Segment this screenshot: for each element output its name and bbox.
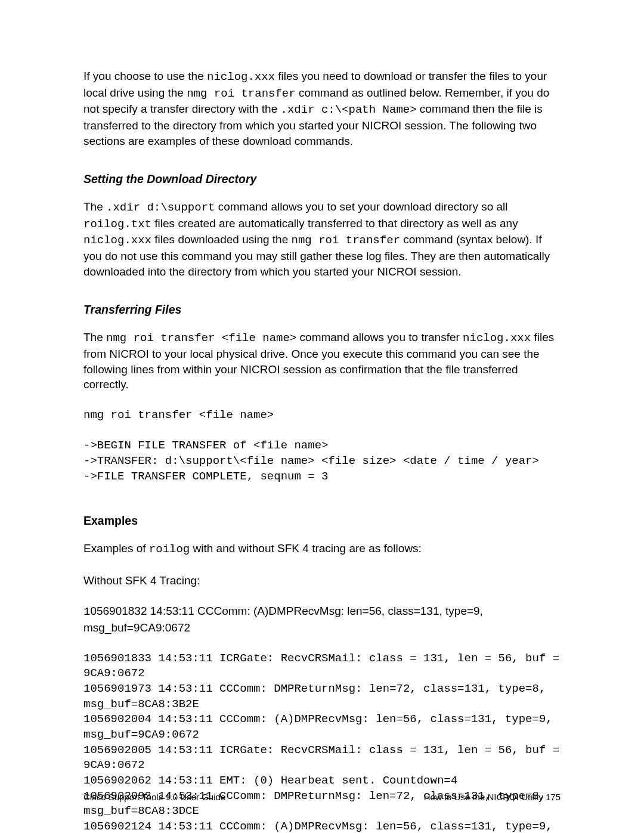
examples-intro: Examples of roilog with and without SFK … (83, 541, 561, 558)
footer-right: How to Use the NICROI Utility 175 (424, 792, 561, 802)
code-block-transfer: nmg roi transfer <file name> ->BEGIN FIL… (83, 408, 561, 484)
code-inline: .xdir d:\support (106, 201, 215, 214)
text: files downloaded using the (151, 233, 292, 246)
code-inline: nmg roi transfer (292, 234, 400, 247)
text: 056901832 14:53:11 CCComm: (A)DMPRecvMsg… (83, 605, 483, 634)
code-inline: niclog.xxx (463, 332, 531, 345)
example-first-line: 1056901832 14:53:11 CCComm: (A)DMPRecvMs… (83, 603, 561, 635)
heading-examples: Examples (83, 514, 561, 528)
code-inline: roilog (149, 543, 190, 556)
text: command allows you to set your download … (215, 200, 507, 213)
text: The (83, 200, 106, 213)
page-footer: Cisco Support Tools 1.0 User Guide How t… (83, 792, 561, 802)
code-inline: roilog.txt (83, 218, 151, 231)
text: with and without SFK 4 tracing are as fo… (190, 542, 422, 555)
text: If you choose to use the (83, 70, 207, 82)
code-inline: niclog.xxx (207, 70, 275, 83)
heading-setting-download-directory: Setting the Download Directory (83, 172, 561, 186)
code-inline: 1 (83, 605, 90, 618)
text: files created are automatically transfer… (151, 217, 518, 230)
code-block-log: 1056901833 14:53:11 ICRGate: RecvCRSMail… (83, 651, 561, 833)
page-content: If you choose to use the niclog.xxx file… (83, 69, 561, 833)
code-inline: .xdir c:\<path Name> (281, 103, 417, 116)
code-inline: niclog.xxx (83, 234, 151, 247)
section2-paragraph: The nmg roi transfer <file name> command… (83, 330, 561, 392)
text: The (83, 331, 106, 343)
code-inline: nmg roi transfer (187, 87, 295, 100)
heading-transferring-files: Transferring Files (83, 303, 561, 317)
code-inline: nmg roi transfer <file name> (106, 332, 296, 345)
footer-left: Cisco Support Tools 1.0 User Guide (83, 792, 225, 802)
section1-paragraph: The .xdir d:\support command allows you … (83, 199, 561, 279)
text: Examples of (83, 542, 149, 555)
intro-paragraph: If you choose to use the niclog.xxx file… (83, 69, 561, 148)
text: command allows you to transfer (296, 331, 463, 343)
without-sfk4-label: Without SFK 4 Tracing: (83, 573, 561, 589)
